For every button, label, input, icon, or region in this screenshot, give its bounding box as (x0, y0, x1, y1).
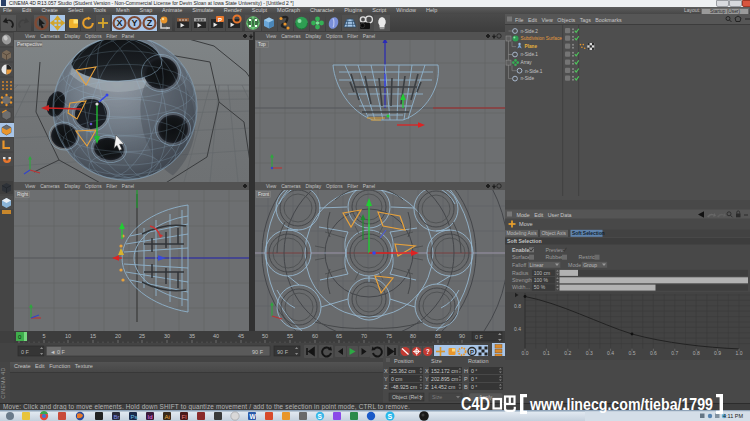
svg-text:Z: Z (147, 18, 153, 28)
svg-text:Restrict: Restrict (579, 254, 597, 260)
svg-text:P: P (470, 349, 474, 355)
svg-text:0 °: 0 ° (471, 368, 477, 374)
svg-text:Right: Right (17, 192, 29, 197)
svg-text:S: S (388, 413, 393, 420)
svg-text:Front: Front (258, 192, 270, 197)
svg-text:n-Side.1: n-Side.1 (521, 52, 539, 57)
svg-text:X: X (116, 18, 122, 28)
svg-text:Rubber: Rubber (546, 254, 564, 260)
svg-text:80: 80 (410, 333, 416, 339)
svg-text:Width...: Width... (512, 284, 530, 290)
svg-text:Radius: Radius (512, 270, 529, 276)
svg-text:Id: Id (148, 414, 153, 420)
svg-text:Y: Y (384, 376, 388, 382)
svg-text:Falloff: Falloff (512, 262, 527, 268)
svg-text:n-Side: n-Side (521, 76, 535, 81)
svg-text:0 °: 0 ° (471, 384, 477, 390)
svg-text:Ps: Ps (131, 414, 138, 420)
svg-text:60: 60 (312, 333, 318, 339)
svg-text:65: 65 (336, 333, 342, 339)
svg-text:0 F: 0 F (21, 349, 30, 355)
svg-text:55: 55 (287, 333, 293, 339)
svg-text:Array: Array (521, 60, 533, 65)
svg-text:Subdivision Surface: Subdivision Surface (521, 36, 563, 41)
svg-text:Size: Size (431, 358, 442, 364)
svg-text:50 %: 50 % (534, 284, 546, 290)
svg-text:Br: Br (114, 414, 120, 420)
svg-text:Modeling Axis: Modeling Axis (507, 231, 538, 236)
svg-text:70: 70 (361, 333, 367, 339)
svg-text:?: ? (426, 348, 430, 355)
svg-text:Surface: Surface (512, 254, 530, 260)
svg-text:Position: Position (394, 358, 414, 364)
svg-text:85: 85 (435, 333, 441, 339)
svg-text:25.362 cm: 25.362 cm (391, 368, 415, 374)
svg-text:Soft Selection: Soft Selection (572, 231, 605, 236)
svg-text:50: 50 (262, 333, 268, 339)
svg-text:Soft Selection: Soft Selection (507, 238, 542, 244)
svg-text:Enable: Enable (512, 247, 529, 253)
svg-text:H: H (464, 368, 468, 374)
svg-text:S: S (318, 413, 323, 420)
svg-text:10: 10 (65, 333, 71, 339)
svg-text:5: 5 (42, 333, 45, 339)
svg-text:Strength: Strength (512, 277, 532, 283)
svg-text:75: 75 (386, 333, 392, 339)
svg-text:Linear: Linear (530, 262, 544, 268)
svg-text:30: 30 (164, 333, 170, 339)
svg-text:n-Side.2: n-Side.2 (521, 29, 539, 34)
svg-text:Ai: Ai (165, 414, 170, 420)
svg-text:Object Axis: Object Axis (542, 231, 567, 236)
svg-text:0 F: 0 F (475, 334, 484, 340)
svg-text:P: P (218, 17, 222, 23)
svg-text:90: 90 (459, 333, 465, 339)
svg-text:Plane: Plane (525, 44, 538, 49)
svg-text:100 cm: 100 cm (534, 270, 550, 276)
svg-text:152.172 cm: 152.172 cm (431, 368, 458, 374)
svg-text:45: 45 (238, 333, 244, 339)
svg-text:100 %: 100 % (534, 277, 549, 283)
svg-text:X: X (384, 368, 388, 374)
svg-text:20: 20 (115, 333, 121, 339)
svg-text:Mode Edit User Data: Mode Edit User Data (517, 212, 572, 218)
svg-text:Move: Move (519, 221, 533, 227)
svg-text:35: 35 (189, 333, 195, 339)
svg-text:P: P (464, 376, 468, 382)
svg-text:File Edit View Objects: File Edit View Objects Tags Bookmarks (515, 17, 622, 23)
svg-text:Size: Size (432, 394, 442, 400)
svg-text:0.8: 0.8 (514, 303, 521, 309)
svg-text:Object (Rel.): Object (Rel.) (392, 394, 422, 400)
svg-text:40: 40 (213, 333, 219, 339)
svg-text:90 F: 90 F (277, 349, 289, 355)
svg-text:14.452 cm: 14.452 cm (431, 384, 455, 390)
svg-text:0.4: 0.4 (514, 326, 521, 332)
svg-text:View Cameras Display Options F: View Cameras Display Options Filter Pane… (25, 34, 134, 39)
svg-text:25: 25 (139, 333, 145, 339)
svg-text:View Cameras Display Options F: View Cameras Display Options Filter Pane… (25, 184, 134, 189)
svg-text:Top: Top (258, 42, 266, 47)
svg-text:Preview: Preview (546, 247, 565, 253)
svg-text:202.895 cm: 202.895 cm (431, 376, 458, 382)
svg-text:Group: Group (583, 262, 597, 268)
svg-text:Perspective: Perspective (17, 42, 42, 47)
svg-text:View Cameras Display Options F: View Cameras Display Options Filter Pane… (266, 184, 375, 189)
svg-text:www.linecg.com/tieba/1799: www.linecg.com/tieba/1799 (529, 395, 713, 414)
svg-text:Y: Y (131, 18, 137, 28)
svg-text:0 °: 0 ° (471, 376, 477, 382)
svg-text:X: X (425, 368, 429, 374)
svg-text:View Cameras Display Options F: View Cameras Display Options Filter Pane… (266, 34, 375, 39)
svg-text:0 cm: 0 cm (391, 376, 402, 382)
svg-text:Mode: Mode (568, 262, 581, 268)
svg-text:90 F: 90 F (252, 349, 264, 355)
svg-text:Z: Z (425, 384, 429, 390)
svg-text:W: W (250, 413, 257, 420)
svg-text:-48.925 cm: -48.925 cm (391, 384, 417, 390)
svg-text:n-Side.1: n-Side.1 (525, 69, 543, 74)
svg-text:15: 15 (90, 333, 96, 339)
svg-text:Rotation: Rotation (468, 358, 489, 364)
svg-text:B: B (464, 384, 468, 390)
svg-text:C4D: C4D (461, 393, 490, 414)
svg-text:Fl: Fl (182, 414, 187, 420)
svg-text:◄ 0 F: ◄ 0 F (50, 349, 66, 355)
svg-text:Z: Z (384, 384, 388, 390)
